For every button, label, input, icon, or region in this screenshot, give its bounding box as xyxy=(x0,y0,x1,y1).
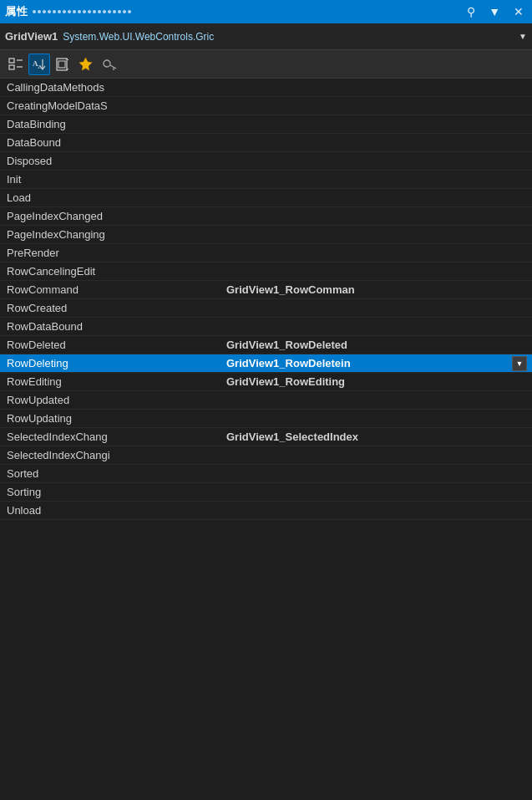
property-name: RowCancelingEdit xyxy=(0,265,221,278)
categorized-icon xyxy=(8,57,23,72)
svg-marker-11 xyxy=(79,57,92,69)
property-row[interactable]: RowDeletingGridView1_RowDeletein▼ xyxy=(0,354,532,373)
property-row[interactable]: Load xyxy=(0,189,532,207)
property-name: Load xyxy=(0,191,221,204)
property-name: RowUpdated xyxy=(0,394,221,406)
component-dropdown-arrow[interactable]: ▼ xyxy=(519,32,527,41)
property-row[interactable]: CreatingModelDataS xyxy=(0,97,532,115)
property-name: Sorted xyxy=(0,467,221,480)
property-row[interactable]: Disposed xyxy=(0,152,532,171)
property-row[interactable]: CallingDataMethods xyxy=(0,79,532,97)
content-area: CallingDataMethodsCreatingModelDataSData… xyxy=(0,79,532,800)
property-row[interactable]: RowEditingGridView1_RowEditing xyxy=(0,373,532,391)
property-row[interactable]: SelectedIndexChangGridView1_SelectedInde… xyxy=(0,428,532,446)
property-name: RowEditing xyxy=(0,375,221,388)
property-row[interactable]: RowDeletedGridView1_RowDeleted xyxy=(0,336,532,354)
title-bar-left: 属性 xyxy=(5,4,131,19)
property-name: RowUpdating xyxy=(0,412,221,425)
property-row[interactable]: RowCommandGridView1_RowComman xyxy=(0,281,532,299)
property-value[interactable]: GridView1_RowDeletein▼ xyxy=(221,356,532,371)
property-name: PreRender xyxy=(0,247,221,259)
title-bar-actions: ⚲ ▼ ✕ xyxy=(464,3,527,20)
property-row[interactable]: DataBound xyxy=(0,134,532,152)
property-value[interactable]: GridView1_RowEditing xyxy=(221,375,532,388)
property-row[interactable]: PreRender xyxy=(0,244,532,262)
property-row[interactable]: SelectedIndexChangi xyxy=(0,446,532,465)
alphabetical-icon: A Z xyxy=(32,57,47,72)
title-bar-dots xyxy=(33,10,131,13)
alphabetical-button[interactable]: A Z xyxy=(28,54,50,75)
key-button[interactable] xyxy=(99,54,120,75)
property-value[interactable]: GridView1_SelectedIndex xyxy=(221,431,532,443)
property-name: RowDataBound xyxy=(0,320,221,333)
svg-rect-1 xyxy=(9,65,14,69)
property-value[interactable]: GridView1_RowComman xyxy=(221,283,532,296)
property-row[interactable]: Sorted xyxy=(0,465,532,483)
svg-rect-0 xyxy=(9,59,14,63)
component-type: System.Web.UI.WebControls.Gric xyxy=(63,31,514,43)
property-name: Init xyxy=(0,173,221,186)
property-row[interactable]: PageIndexChanged xyxy=(0,207,532,226)
property-name: PageIndexChanging xyxy=(0,228,221,241)
dropdown-bar: GridView1 System.Web.UI.WebControls.Gric… xyxy=(0,23,532,50)
property-row[interactable]: RowUpdating xyxy=(0,410,532,428)
title-text: 属性 xyxy=(5,4,28,19)
property-row[interactable]: DataBinding xyxy=(0,115,532,134)
property-row[interactable]: RowCancelingEdit xyxy=(0,262,532,281)
property-name: SelectedIndexChangi xyxy=(0,449,221,461)
property-name: RowDeleted xyxy=(0,339,221,351)
close-button[interactable]: ✕ xyxy=(510,3,527,20)
toolbar: A Z xyxy=(0,50,532,79)
svg-rect-8 xyxy=(58,61,65,68)
property-list: CallingDataMethodsCreatingModelDataSData… xyxy=(0,79,532,800)
events-icon xyxy=(79,57,94,72)
property-name: CreatingModelDataS xyxy=(0,99,221,112)
property-name: RowDeleting xyxy=(0,357,221,369)
property-row[interactable]: Unload xyxy=(0,502,532,520)
property-row[interactable]: Init xyxy=(0,171,532,189)
property-row[interactable]: Sorting xyxy=(0,483,532,502)
key-icon xyxy=(102,57,117,72)
property-pages-button[interactable] xyxy=(52,54,73,75)
property-name: DataBound xyxy=(0,136,221,149)
dropdown-button[interactable]: ▼ xyxy=(485,3,504,20)
property-name: RowCommand xyxy=(0,283,221,296)
property-name: CallingDataMethods xyxy=(0,81,221,94)
svg-point-12 xyxy=(104,60,110,67)
property-row[interactable]: RowDataBound xyxy=(0,318,532,336)
title-bar: 属性 ⚲ ▼ ✕ xyxy=(0,0,532,23)
property-dropdown-button[interactable]: ▼ xyxy=(512,356,527,371)
property-value[interactable]: GridView1_RowDeleted xyxy=(221,339,532,351)
categorized-button[interactable] xyxy=(5,54,27,75)
property-name: Disposed xyxy=(0,155,221,167)
property-name: Unload xyxy=(0,504,221,517)
property-pages-icon xyxy=(55,57,70,72)
property-row[interactable]: PageIndexChanging xyxy=(0,226,532,244)
property-name: DataBinding xyxy=(0,118,221,130)
property-name: PageIndexChanged xyxy=(0,210,221,222)
property-name: Sorting xyxy=(0,486,221,498)
property-row[interactable]: RowCreated xyxy=(0,299,532,318)
property-row[interactable]: RowUpdated xyxy=(0,391,532,410)
property-value-wrapper: GridView1_RowDeletein▼ xyxy=(226,356,527,371)
property-name: SelectedIndexChang xyxy=(0,431,221,443)
property-value-text: GridView1_RowDeletein xyxy=(226,357,512,369)
pin-button[interactable]: ⚲ xyxy=(464,3,479,20)
property-name: RowCreated xyxy=(0,302,221,314)
events-button[interactable] xyxy=(75,54,97,75)
component-label: GridView1 xyxy=(5,30,58,43)
